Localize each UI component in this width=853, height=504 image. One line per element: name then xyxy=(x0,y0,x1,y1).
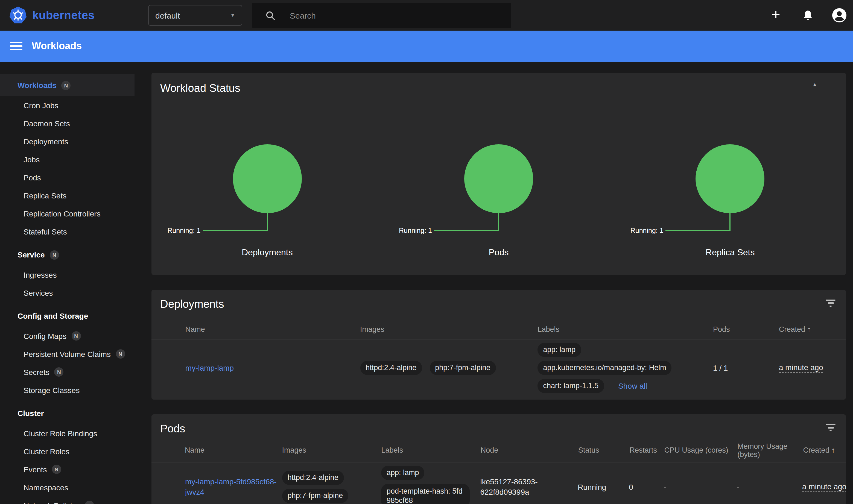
notifications-button[interactable] xyxy=(798,6,817,24)
deployments-card: Deployments Name Images Labels Pods Crea… xyxy=(152,290,846,400)
sidebar-item-persistent-volume-claims[interactable]: Persistent Volume Claims N xyxy=(0,345,142,363)
deployments-card-title: Deployments xyxy=(152,290,846,311)
menu-toggle-button[interactable] xyxy=(10,42,22,51)
namespace-selected-value: default xyxy=(155,11,230,20)
pod-name-cell: my-lamp-lamp-5fd985cf68-jwvz4 xyxy=(185,476,282,497)
plus-icon: + xyxy=(771,7,780,22)
sidebar-item-events[interactable]: Events N xyxy=(0,460,142,478)
sidebar-item-cron-jobs[interactable]: Cron Jobs xyxy=(0,96,142,114)
sidebar-item-stateful-sets[interactable]: Stateful Sets xyxy=(0,222,142,240)
column-header-images[interactable]: Images xyxy=(360,325,537,334)
pie-leader-line xyxy=(666,230,730,231)
image-chip: php:7-fpm-alpine xyxy=(429,360,496,375)
labels-cell: app: lamp app.kubernetes.io/managed-by: … xyxy=(538,342,713,393)
memory-usage-cell: - xyxy=(736,482,802,491)
pie-leader-line xyxy=(730,213,731,231)
column-header-pods[interactable]: Pods xyxy=(713,325,779,334)
image-chip: httpd:2.4-alpine xyxy=(360,360,422,375)
pods-pie-chart: Running: 1 Pods xyxy=(383,144,615,265)
bell-icon xyxy=(802,9,813,21)
chevron-down-icon: ▼ xyxy=(230,13,235,18)
pie-callout-label: Running: 1 xyxy=(167,227,200,234)
pie-leader-line xyxy=(498,213,499,231)
column-header-created[interactable]: Created ↑ xyxy=(779,325,846,334)
namespaced-badge: N xyxy=(115,349,125,359)
show-all-labels-link[interactable]: Show all xyxy=(618,381,647,390)
pie-leader-line xyxy=(267,213,268,231)
namespaced-badge: N xyxy=(54,367,64,377)
pod-row: my-lamp-lamp-5fd985cf68-jwvz4 httpd:2.4-… xyxy=(152,463,846,504)
pods-card-title: Pods xyxy=(152,414,846,436)
sidebar-item-ingresses[interactable]: Ingresses xyxy=(0,266,142,284)
deployment-link[interactable]: my-lamp-lamp xyxy=(185,363,234,372)
pods-card: Pods Name Images Labels Node Status Rest… xyxy=(152,414,846,504)
column-header-cpu-usage[interactable]: CPU Usage (cores) xyxy=(664,446,738,454)
namespaced-badge: N xyxy=(61,80,71,90)
pie-slice-running xyxy=(696,144,765,213)
sort-ascending-icon: ↑ xyxy=(831,446,835,454)
namespace-selector[interactable]: default ▼ xyxy=(148,5,242,26)
created-cell: a minute ago xyxy=(779,363,846,373)
sidebar-item-jobs[interactable]: Jobs xyxy=(0,150,142,168)
deployments-table-header: Name Images Labels Pods Created ↑ xyxy=(152,320,846,340)
filter-icon[interactable] xyxy=(825,300,836,308)
created-cell: a minute ago xyxy=(802,482,846,492)
avatar-icon xyxy=(832,8,847,23)
column-header-restarts[interactable]: Restarts xyxy=(629,446,664,454)
add-resource-button[interactable]: + xyxy=(767,6,785,24)
label-chip: pod-template-hash: 5fd985cf68 xyxy=(381,484,470,504)
main-content: Workload Status ▲ Running: 1 Deployments… xyxy=(152,62,846,504)
collapse-card-button[interactable]: ▲ xyxy=(812,82,817,88)
sidebar-item-pods[interactable]: Pods xyxy=(0,168,142,186)
relative-time: a minute ago xyxy=(779,363,823,373)
pie-chart-title: Pods xyxy=(383,248,615,257)
column-header-labels[interactable]: Labels xyxy=(537,325,713,334)
namespaced-badge: N xyxy=(52,465,61,474)
top-app-bar: kubernetes default ▼ + xyxy=(0,0,853,31)
user-menu-button[interactable] xyxy=(830,6,849,24)
sidebar-item-services[interactable]: Services xyxy=(0,284,142,302)
kubernetes-logo[interactable]: kubernetes xyxy=(9,5,94,25)
column-header-name[interactable]: Name xyxy=(185,446,282,454)
column-header-created[interactable]: Created ↑ xyxy=(803,446,846,454)
sidebar-item-replica-sets[interactable]: Replica Sets xyxy=(0,186,142,204)
relative-time: a minute ago xyxy=(802,482,846,492)
column-header-name[interactable]: Name xyxy=(185,325,360,334)
pie-leader-line xyxy=(434,230,499,231)
sidebar-item-deployments[interactable]: Deployments xyxy=(0,132,142,150)
sidebar-item-storage-classes[interactable]: Storage Classes xyxy=(0,381,142,399)
image-chip: php:7-fpm-alpine xyxy=(282,489,349,503)
deployment-name-cell: my-lamp-lamp xyxy=(185,363,360,372)
column-header-memory-usage[interactable]: Memory Usage (bytes) xyxy=(738,442,803,458)
pie-callout-label: Running: 1 xyxy=(399,227,432,234)
column-header-status[interactable]: Status xyxy=(578,446,629,454)
sidebar-item-cluster-role-bindings[interactable]: Cluster Role Bindings xyxy=(0,424,142,442)
sidebar-section-config-and-storage: Config and Storage xyxy=(0,305,142,327)
sidebar-item-daemon-sets[interactable]: Daemon Sets xyxy=(0,114,142,132)
node-name: lke55127-86393-622f8d09399a xyxy=(480,476,573,497)
images-cell: httpd:2.4-alpine php:7-fpm-alpine xyxy=(282,471,381,503)
search-input[interactable] xyxy=(276,10,511,20)
search-bar[interactable] xyxy=(252,3,511,28)
deployments-pie-chart: Running: 1 Deployments xyxy=(152,144,383,265)
sidebar-item-cluster-roles[interactable]: Cluster Roles xyxy=(0,442,142,460)
pie-leader-line xyxy=(202,230,267,231)
sidebar-item-config-maps[interactable]: Config Maps N xyxy=(0,327,142,345)
sidebar-item-secrets[interactable]: Secrets N xyxy=(0,363,142,381)
sidebar-item-workloads[interactable]: Workloads N xyxy=(0,74,135,96)
pod-link[interactable]: my-lamp-lamp-5fd985cf68-jwvz4 xyxy=(185,476,278,497)
sidebar-group-cluster: Cluster Cluster Role Bindings Cluster Ro… xyxy=(0,402,142,504)
filter-icon[interactable] xyxy=(825,424,836,433)
topbar-actions: + xyxy=(767,0,849,31)
namespaced-badge: N xyxy=(71,331,81,341)
pie-callout-label: Running: 1 xyxy=(630,227,663,234)
page-header-bar: Workloads xyxy=(0,31,853,62)
column-header-node[interactable]: Node xyxy=(481,446,578,454)
column-header-labels[interactable]: Labels xyxy=(381,446,481,454)
sidebar-item-replication-controllers[interactable]: Replication Controllers xyxy=(0,204,142,222)
workload-status-card: Workload Status ▲ Running: 1 Deployments… xyxy=(152,73,846,275)
sidebar-item-namespaces[interactable]: Namespaces xyxy=(0,478,142,496)
sidebar-item-network-policies[interactable]: Network Policies N xyxy=(0,496,142,504)
deployment-row: my-lamp-lamp httpd:2.4-alpine php:7-fpm-… xyxy=(152,340,846,396)
column-header-images[interactable]: Images xyxy=(282,446,381,454)
